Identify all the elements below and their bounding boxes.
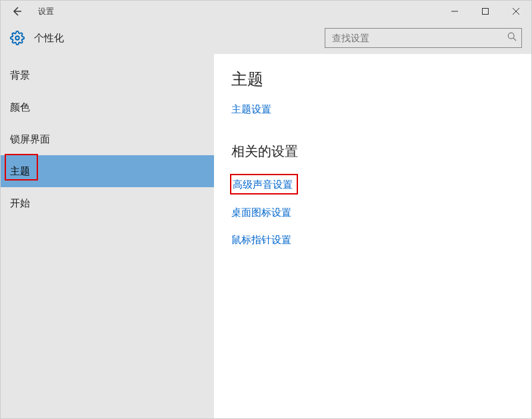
svg-rect-2 — [483, 9, 489, 15]
related-links: 高级声音设置 桌面图标设置 鼠标指针设置 — [231, 174, 514, 246]
gear-icon — [10, 31, 25, 45]
maximize-icon — [481, 7, 489, 15]
header-category: 个性化 — [34, 32, 64, 45]
arrow-left-icon — [11, 5, 23, 17]
link-theme-settings[interactable]: 主题设置 — [231, 102, 514, 116]
window-controls — [439, 1, 531, 22]
close-icon — [512, 7, 520, 15]
search-wrap — [325, 28, 522, 48]
svg-line-7 — [513, 38, 516, 41]
link-advanced-sound[interactable]: 高级声音设置 — [231, 177, 293, 191]
content: 主题 主题设置 相关的设置 高级声音设置 桌面图标设置 鼠标指针设置 — [214, 54, 531, 419]
sidebar-item-lockscreen[interactable]: 锁屏界面 — [1, 123, 214, 155]
section-title-related: 相关的设置 — [231, 143, 514, 161]
close-button[interactable] — [501, 1, 531, 22]
window-title: 设置 — [38, 6, 54, 17]
sidebar-item-label: 主题 — [10, 165, 30, 178]
sidebar: 背景 颜色 锁屏界面 主题 开始 — [1, 54, 214, 419]
titlebar: 设置 — [1, 1, 531, 22]
minimize-icon — [451, 7, 459, 15]
sidebar-item-background[interactable]: 背景 — [1, 59, 214, 91]
section-title-themes: 主题 — [231, 69, 514, 90]
sidebar-item-colors[interactable]: 颜色 — [1, 91, 214, 123]
search-input[interactable] — [325, 28, 522, 48]
sidebar-item-label: 锁屏界面 — [10, 133, 50, 146]
highlight-box-sound: 高级声音设置 — [230, 174, 298, 195]
sidebar-item-label: 开始 — [10, 197, 30, 210]
search-icon — [507, 32, 517, 44]
sidebar-item-themes[interactable]: 主题 — [1, 155, 214, 187]
link-mouse-pointer[interactable]: 鼠标指针设置 — [231, 232, 514, 246]
maximize-button[interactable] — [470, 1, 501, 22]
body: 背景 颜色 锁屏界面 主题 开始 主题 主题设置 相关的设置 高级声音设置 桌面… — [1, 54, 531, 419]
sidebar-item-start[interactable]: 开始 — [1, 187, 214, 219]
back-button[interactable] — [1, 1, 33, 22]
svg-point-5 — [15, 36, 19, 40]
header: 个性化 — [1, 22, 531, 54]
sidebar-item-label: 背景 — [10, 69, 30, 82]
svg-point-6 — [508, 33, 514, 39]
link-desktop-icons[interactable]: 桌面图标设置 — [231, 205, 514, 219]
sidebar-item-label: 颜色 — [10, 101, 30, 114]
minimize-button[interactable] — [439, 1, 470, 22]
